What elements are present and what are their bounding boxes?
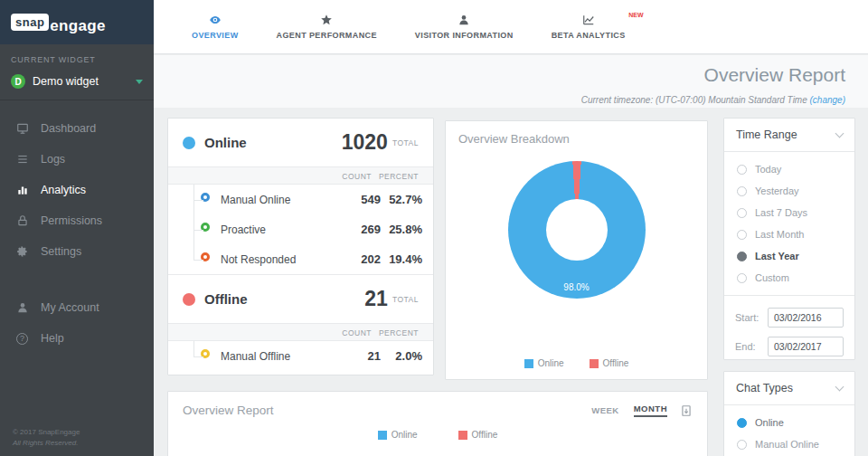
offline-total: 21 [364, 287, 388, 311]
dashboard-icon [14, 122, 30, 135]
snapengage-logo[interactable]: snap engage [0, 0, 154, 44]
widget-name: Demo widget [33, 75, 136, 88]
tab-visitor-information[interactable]: VISITOR INFORMATION [415, 14, 514, 40]
tab-label: VISITOR INFORMATION [415, 31, 514, 40]
tab-label: AGENT PERFORMANCE [277, 31, 377, 40]
option-last-month[interactable]: Last Month [724, 223, 854, 245]
count-column-header: COUNT [342, 328, 372, 337]
sidebar-item-label: Permissions [41, 214, 102, 227]
timezone-change-link[interactable]: (change) [810, 95, 845, 105]
logo-engage-text: engage [50, 17, 105, 35]
option-manual-online[interactable]: Manual Online [724, 433, 854, 455]
sidebar-item-label: Logs [41, 153, 65, 166]
option-label: Custom [755, 272, 789, 283]
tab-agent-performance[interactable]: AGENT PERFORMANCE [277, 14, 377, 40]
option-online[interactable]: Online [724, 412, 854, 433]
logs-icon [14, 153, 30, 166]
radio-manual-online[interactable] [737, 440, 747, 450]
top-navigation: OVERVIEW AGENT PERFORMANCE VISITOR INFOR… [154, 0, 868, 54]
overview-report-card: Overview Report WEEK MONTH Online Offlin… [167, 391, 708, 456]
sidebar-item-logs[interactable]: Logs [0, 144, 154, 175]
offline-status-icon [183, 293, 195, 306]
tab-beta-analytics[interactable]: BETA ANALYTICS NEW [552, 14, 626, 40]
sidebar-item-my-account[interactable]: My Account [0, 292, 154, 323]
row-label: Manual Online [221, 194, 290, 206]
donut-legend: Online Offline [446, 358, 707, 368]
online-total: 1020 [342, 130, 388, 155]
option-label: Manual Online [755, 439, 819, 450]
chevron-down-icon [136, 80, 143, 84]
line-chart-icon [552, 14, 626, 26]
sidebar-menu: Dashboard Logs Analytics Permissions Set… [0, 113, 154, 354]
online-legend-swatch [378, 431, 387, 440]
sidebar-item-settings[interactable]: Settings [0, 236, 154, 267]
percent-column-header: PERCENT [379, 328, 419, 337]
legend-label: Online [538, 358, 564, 368]
option-label: Last Month [755, 229, 804, 240]
option-label: Today [755, 164, 781, 175]
radio-today[interactable] [737, 165, 747, 175]
rights-line: All Rights Reserved. [13, 438, 80, 449]
eye-icon [192, 14, 239, 26]
tab-label: OVERVIEW [192, 31, 239, 40]
report-title: Overview Report [183, 404, 591, 417]
row-percent: 25.8% [389, 223, 422, 236]
sidebar-item-dashboard[interactable]: Dashboard [0, 113, 154, 144]
row-percent: 19.4% [389, 252, 422, 266]
online-column-headers: COUNT PERCENT [168, 166, 433, 185]
option-last-7-days[interactable]: Last 7 Days [724, 202, 854, 223]
legend-label: Online [392, 430, 418, 440]
widget-selector[interactable]: D Demo widget [0, 71, 154, 100]
end-date-label: End: [735, 341, 768, 352]
radio-last-7-days[interactable] [737, 208, 747, 218]
chevron-down-icon [835, 383, 844, 392]
chevron-down-icon [835, 129, 844, 138]
lock-icon [14, 214, 30, 227]
time-range-panel: Time Range Today Yesterday Last 7 Days L… [723, 118, 855, 360]
timezone-text: Current timezone: (UTC-07:00) Mountain S… [581, 95, 807, 105]
not-responded-icon [201, 252, 210, 261]
tab-label: BETA ANALYTICS [552, 31, 626, 40]
start-date-input[interactable] [768, 308, 844, 328]
sidebar-item-analytics[interactable]: Analytics [0, 175, 154, 205]
start-date-label: Start: [735, 312, 768, 323]
radio-custom[interactable] [737, 273, 747, 283]
radio-last-month[interactable] [737, 230, 747, 240]
online-title: Online [204, 135, 342, 150]
radio-last-year[interactable] [737, 252, 747, 261]
row-label: Proactive [221, 223, 266, 236]
option-label: Last Year [755, 251, 799, 261]
page-title: Overview Report [704, 64, 845, 86]
option-custom[interactable]: Custom [724, 267, 854, 289]
time-range-header[interactable]: Time Range [724, 119, 854, 152]
report-header: Overview Report WEEK MONTH [168, 392, 707, 423]
sidebar-item-help[interactable]: ? Help [0, 323, 154, 354]
sidebar-item-permissions[interactable]: Permissions [0, 205, 154, 236]
breakdown-title: Overview Breakdown [446, 121, 707, 157]
option-label: Online [755, 417, 784, 428]
timezone-line: Current timezone: (UTC-07:00) Mountain S… [581, 95, 845, 105]
start-date-row: Start: [724, 303, 854, 332]
table-row: Manual Online 549 52.7% [168, 185, 433, 214]
manual-offline-icon [201, 349, 210, 358]
chat-types-header[interactable]: Chat Types [724, 372, 854, 405]
end-date-input[interactable] [768, 337, 844, 356]
stats-card: Online 1020 TOTAL COUNT PERCENT Manual O… [167, 118, 434, 375]
radio-yesterday[interactable] [737, 186, 747, 196]
export-icon[interactable] [680, 404, 693, 417]
offline-column-headers: COUNT PERCENT [168, 323, 433, 341]
row-label: Not Responded [221, 253, 296, 266]
week-toggle-button[interactable]: WEEK [591, 405, 619, 415]
option-today[interactable]: Today [724, 158, 854, 180]
new-badge: NEW [628, 12, 643, 18]
widget-avatar: D [11, 74, 25, 89]
tab-overview[interactable]: OVERVIEW [192, 14, 239, 40]
option-yesterday[interactable]: Yesterday [724, 180, 854, 202]
month-toggle-button[interactable]: MONTH [634, 404, 667, 417]
option-last-year[interactable]: Last Year [724, 245, 854, 267]
count-column-header: COUNT [342, 172, 372, 181]
row-count: 549 [361, 193, 381, 206]
radio-online[interactable] [737, 418, 747, 428]
gear-icon [14, 245, 30, 258]
donut-chart[interactable]: 98.0% [508, 161, 646, 299]
